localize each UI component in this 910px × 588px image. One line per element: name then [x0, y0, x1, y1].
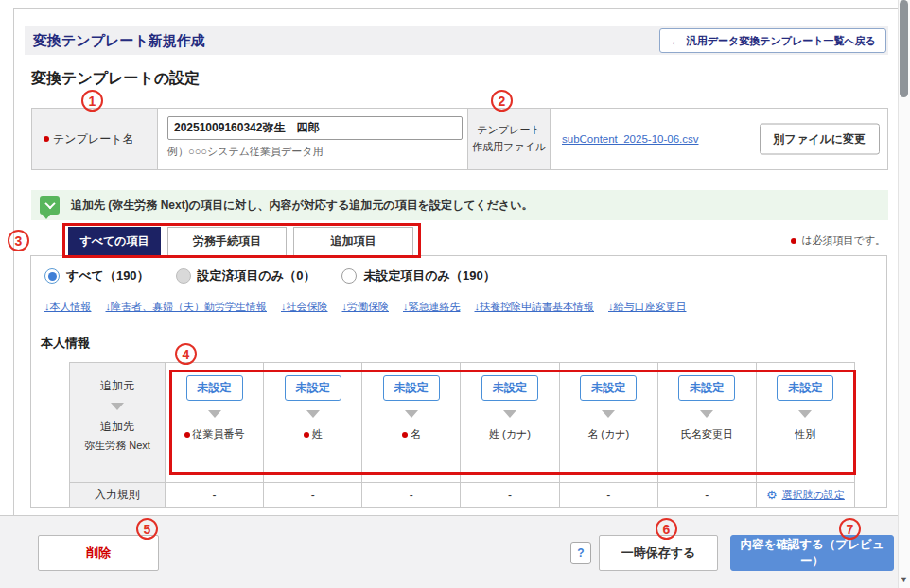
dest-label: 追加先 — [100, 419, 134, 435]
required-legend-text: は必須項目です。 — [801, 233, 885, 248]
unset-button[interactable]: 未設定 — [777, 375, 833, 401]
required-dot-icon — [402, 432, 408, 438]
gear-icon: ⚙ — [766, 488, 778, 502]
input-rule-cell: - — [264, 483, 362, 507]
file-label-line1: テンプレート — [477, 124, 540, 135]
row-header-input-rule: 入力規則 — [70, 483, 166, 507]
row-header-source-dest: 追加元 追加先 弥生労務 Next — [70, 363, 166, 482]
unset-button[interactable]: 未設定 — [383, 375, 440, 401]
annotation-circle-3: 3 — [8, 230, 29, 251]
unset-button[interactable]: 未設定 — [580, 375, 637, 401]
anchor-link[interactable]: ↓給与口座変更日 — [608, 300, 687, 314]
mapping-table: 追加元 追加先 弥生労務 Next 未設定従業員番号未設定姓未設定名未設定姓 (… — [69, 362, 855, 508]
arrow-down-icon — [602, 410, 615, 418]
scrollbar-thumb[interactable] — [900, 0, 908, 97]
unset-button[interactable]: 未設定 — [186, 375, 243, 401]
filter-configured-only[interactable]: 設定済項目のみ（0） — [176, 268, 316, 285]
back-button-label: 汎用データ変換テンプレート一覧へ戻る — [687, 34, 876, 48]
mapping-column: 未設定氏名変更日 — [658, 363, 757, 482]
mapping-header-row: 追加元 追加先 弥生労務 Next 未設定従業員番号未設定姓未設定名未設定姓 (… — [70, 363, 854, 482]
unset-button[interactable]: 未設定 — [285, 375, 341, 401]
source-file-link[interactable]: subContent_2025-10-06.csv — [562, 133, 699, 145]
filter-configured-label: 設定済項目のみ（0） — [198, 268, 316, 285]
radio-disabled-icon — [176, 268, 191, 284]
choice-settings-link[interactable]: 選択肢の設定 — [782, 488, 845, 502]
source-label: 追加元 — [100, 378, 134, 394]
annotation-circle-4: 4 — [175, 343, 197, 365]
input-rule-cell: - — [560, 483, 658, 507]
tab-all-items[interactable]: すべての項目 — [68, 227, 161, 255]
instruction-notice: 追加先 (弥生労務 Next)の項目に対し、内容が対応する追加元の項目を設定して… — [31, 190, 888, 220]
radio-selected-icon — [44, 268, 60, 284]
back-to-list-button[interactable]: ← 汎用データ変換テンプレート一覧へ戻る — [659, 28, 886, 53]
radio-unselected-icon — [341, 268, 357, 284]
field-label: 名 (カナ) — [587, 427, 629, 441]
person-info-heading: 本人情報 — [41, 335, 90, 352]
annotation-circle-5: 5 — [136, 518, 158, 540]
page-title: 変換テンプレート新規作成 — [25, 32, 205, 50]
anchor-links: ↓本人情報↓障害者、寡婦（夫）勤労学生情報↓社会保険↓労働保険↓緊急連絡先↓扶養… — [44, 300, 687, 314]
field-label: 姓 — [304, 427, 323, 441]
anchor-link[interactable]: ↓障害者、寡婦（夫）勤労学生情報 — [106, 300, 268, 314]
anchor-link[interactable]: ↓扶養控除申請書基本情報 — [475, 300, 595, 314]
required-legend: は必須項目です。 — [791, 233, 885, 248]
field-label: 氏名変更日 — [681, 427, 733, 441]
unset-button[interactable]: 未設定 — [481, 375, 538, 401]
filter-all[interactable]: すべて（190） — [44, 268, 149, 285]
arrow-down-icon — [208, 410, 221, 418]
filter-unset-only[interactable]: 未設定項目のみ（190） — [341, 268, 495, 285]
anchor-link[interactable]: ↓労働保険 — [342, 300, 390, 314]
required-dot-icon — [44, 136, 49, 142]
delete-button[interactable]: 削除 — [38, 535, 159, 571]
page: 変換テンプレート新規作成 ← 汎用データ変換テンプレート一覧へ戻る 変換テンプレ… — [0, 0, 910, 588]
preview-button[interactable]: 内容を確認する（プレビュー） — [730, 535, 894, 571]
arrow-down-icon — [306, 410, 320, 418]
arrow-down-icon — [798, 410, 812, 418]
field-label: 従業員番号 — [184, 427, 245, 441]
arrow-down-icon — [111, 403, 124, 410]
field-label: 姓 (カナ) — [489, 427, 531, 441]
filter-unset-label: 未設定項目のみ（190） — [363, 268, 495, 285]
input-rule-cell: - — [362, 483, 461, 507]
template-name-label: テンプレート名 — [53, 131, 133, 147]
mapping-column: 未設定性別 — [757, 363, 854, 482]
notice-text: 追加先 (弥生労務 Next)の項目に対し、内容が対応する追加元の項目を設定して… — [71, 198, 534, 214]
save-draft-button[interactable]: 一時保存する — [599, 535, 718, 571]
anchor-link[interactable]: ↓社会保険 — [281, 300, 328, 314]
back-arrow-icon: ← — [670, 34, 682, 48]
input-rule-cell: - — [461, 483, 559, 507]
anchor-link[interactable]: ↓緊急連絡先 — [403, 300, 461, 314]
mapping-column: 未設定従業員番号 — [166, 363, 264, 482]
file-label-cell: テンプレート 作成用ファイル — [468, 109, 551, 169]
change-file-button[interactable]: 別ファイルに変更 — [760, 124, 880, 155]
input-rule-cell: - — [658, 483, 757, 507]
help-button[interactable]: ? — [570, 542, 591, 564]
filter-radios: すべて（190） 設定済項目のみ（0） 未設定項目のみ（190） — [44, 268, 496, 285]
scroll-down-arrow-icon[interactable]: ▼ — [899, 575, 909, 584]
field-label: 名 — [402, 427, 421, 441]
annotation-circle-6: 6 — [656, 518, 677, 540]
required-dot-icon — [791, 238, 796, 244]
filter-all-label: すべて（190） — [66, 268, 149, 285]
input-rule-cell: - — [166, 483, 264, 507]
file-label-line2: 作成用ファイル — [472, 141, 546, 152]
scrollbar[interactable]: ▼ — [898, 0, 910, 588]
tab-additional-items[interactable]: 追加項目 — [293, 227, 413, 255]
input-rule-row: 入力規則 ------⚙選択肢の設定 — [70, 482, 854, 507]
field-label: 性別 — [795, 427, 815, 441]
anchor-link[interactable]: ↓本人情報 — [44, 300, 92, 314]
template-name-label-cell: テンプレート名 — [32, 109, 158, 169]
tab-panel: すべて（190） 設定済項目のみ（0） 未設定項目のみ（190） ↓本人情報↓障… — [30, 255, 887, 508]
tab-labor-procedure-items[interactable]: 労務手続項目 — [167, 227, 287, 255]
dest-product-label: 弥生労務 Next — [84, 439, 150, 453]
unset-button[interactable]: 未設定 — [678, 375, 735, 401]
mapping-column: 未設定姓 — [264, 363, 362, 482]
mapping-column: 未設定姓 (カナ) — [461, 363, 559, 482]
annotation-circle-1: 1 — [81, 90, 103, 112]
mapping-column: 未設定名 (カナ) — [560, 363, 658, 482]
arrow-down-icon — [503, 410, 516, 418]
required-dot-icon — [184, 432, 190, 438]
arrow-down-icon — [700, 410, 713, 418]
template-name-input[interactable] — [167, 116, 463, 140]
settings-form: テンプレート名 例）○○○システム従業員データ用 テンプレート 作成用ファイル … — [31, 108, 888, 170]
